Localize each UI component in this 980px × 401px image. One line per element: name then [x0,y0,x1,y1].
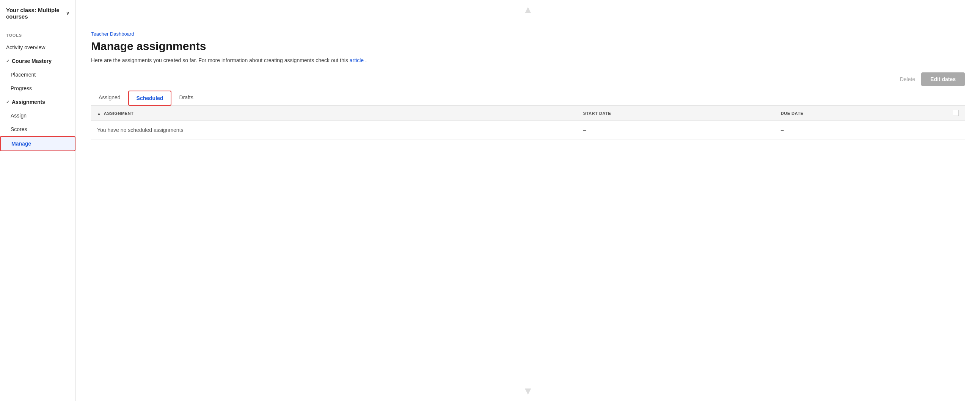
class-title-text: Your class: Multiple courses [6,7,64,20]
sidebar-item-manage[interactable]: Manage [0,136,75,151]
tools-label: TOOLS [0,26,75,41]
sidebar-item-label: Progress [11,85,32,91]
description-end: . [365,57,367,63]
sort-icon: ▲ [97,111,101,116]
column-due-date-label: DUE DATE [781,111,803,116]
sidebar-item-label: Scores [11,126,27,132]
sidebar-item-activity-overview[interactable]: Activity overview [0,41,75,54]
tabs-container: Assigned Scheduled Drafts [91,90,965,106]
main-content: Teacher Dashboard Manage assignments Her… [76,20,980,381]
table-header-row: ▲ ASSIGNMENT START DATE DUE DATE [91,106,965,121]
article-link[interactable]: article [350,57,364,63]
no-data-checkbox-cell [947,121,965,139]
sidebar-item-course-mastery[interactable]: ✓ Course Mastery [0,54,75,68]
assignments-table: ▲ ASSIGNMENT START DATE DUE DATE [91,106,965,139]
tab-assigned[interactable]: Assigned [91,90,128,106]
column-due-date: DUE DATE [775,106,947,121]
decorative-top-arrow: ▲ [76,0,980,20]
sidebar-item-label: Manage [11,141,31,147]
description-text: Here are the assignments you created so … [91,57,348,63]
class-title-container[interactable]: Your class: Multiple courses ∨ [6,7,69,20]
tab-scheduled[interactable]: Scheduled [128,90,172,106]
sidebar-item-placement[interactable]: Placement [0,68,75,81]
column-checkbox [947,106,965,121]
column-assignment-label: ASSIGNMENT [104,111,134,116]
sidebar-item-assign[interactable]: Assign [0,109,75,122]
no-data-message: You have no scheduled assignments [91,121,577,139]
column-assignment[interactable]: ▲ ASSIGNMENT [91,106,577,121]
edit-dates-button[interactable]: Edit dates [921,72,965,86]
tab-drafts[interactable]: Drafts [172,90,200,106]
sidebar-header: Your class: Multiple courses ∨ [0,0,75,26]
sidebar-item-progress[interactable]: Progress [0,81,75,95]
decorative-bottom-arrow: ▼ [76,381,980,401]
sidebar-item-label: Placement [11,71,36,78]
breadcrumb[interactable]: Teacher Dashboard [91,31,965,37]
page-description: Here are the assignments you created so … [91,57,965,63]
sidebar: Your class: Multiple courses ∨ TOOLS Act… [0,0,76,401]
main-content-area: ▲ Teacher Dashboard Manage assignments H… [76,0,980,401]
page-title: Manage assignments [91,40,965,53]
sidebar-item-assignments[interactable]: ✓ Assignments [0,95,75,109]
sidebar-item-label: Assign [11,113,27,119]
chevron-down-icon: ∨ [66,11,69,16]
select-all-checkbox[interactable] [953,110,959,116]
delete-button[interactable]: Delete [900,76,915,82]
arrow-icon: ✓ [6,59,10,64]
sidebar-item-label: Course Mastery [12,58,52,64]
sidebar-item-label: Assignments [12,99,45,105]
no-data-start-date: – [577,121,775,139]
arrow-icon: ✓ [6,100,10,105]
sidebar-item-scores[interactable]: Scores [0,122,75,136]
table-row-no-data: You have no scheduled assignments – – [91,121,965,139]
no-data-due-date: – [775,121,947,139]
column-start-date-label: START DATE [583,111,611,116]
sidebar-item-label: Activity overview [6,44,45,51]
column-start-date[interactable]: START DATE [577,106,775,121]
toolbar: Delete Edit dates [91,72,965,90]
